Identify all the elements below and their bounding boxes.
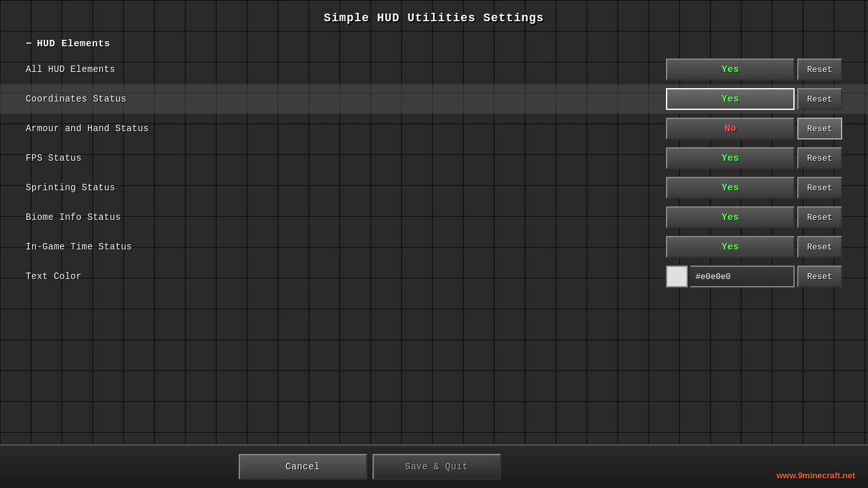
section-header: − HUD Elements <box>26 32 842 55</box>
coordinates-status-controls: YesReset <box>666 88 842 110</box>
biome-info-status-reset-button[interactable]: Reset <box>797 206 842 228</box>
biome-info-status-label: Biome Info Status <box>26 212 666 222</box>
fps-status-toggle-button[interactable]: Yes <box>666 147 795 169</box>
section-collapse-icon[interactable]: − <box>26 39 32 50</box>
setting-row-in-game-time-status: In-Game Time StatusYesReset <box>26 232 842 262</box>
setting-row-all-hud-elements: All HUD ElementsYesReset <box>26 55 842 84</box>
fps-status-label: FPS Status <box>26 153 666 163</box>
page-title: Simple HUD Utilities Settings <box>0 0 868 32</box>
in-game-time-status-label: In-Game Time Status <box>26 242 666 252</box>
settings-list: All HUD ElementsYesResetCoordinates Stat… <box>26 55 842 262</box>
biome-info-status-toggle-button[interactable]: Yes <box>666 206 795 228</box>
setting-row-biome-info-status: Biome Info StatusYesReset <box>26 203 842 232</box>
section-label: HUD Elements <box>37 39 111 50</box>
setting-row-coordinates-status: Coordinates StatusYesReset <box>0 84 868 114</box>
sprinting-status-reset-button[interactable]: Reset <box>797 177 842 199</box>
coordinates-status-label: Coordinates Status <box>26 94 666 104</box>
save-quit-button[interactable]: Save & Quit <box>373 454 501 480</box>
in-game-time-status-controls: YesReset <box>666 236 842 258</box>
setting-row-armour-hand-status: Armour and Hand StatusNoReset <box>26 114 842 143</box>
coordinates-status-reset-button[interactable]: Reset <box>797 88 842 110</box>
fps-status-reset-button[interactable]: Reset <box>797 147 842 169</box>
watermark-suffix: .net <box>840 471 855 480</box>
settings-panel: − HUD Elements All HUD ElementsYesResetC… <box>0 32 868 444</box>
biome-info-status-controls: YesReset <box>666 206 842 228</box>
fps-status-controls: YesReset <box>666 147 842 169</box>
armour-hand-status-controls: NoReset <box>666 118 842 140</box>
all-hud-elements-label: All HUD Elements <box>26 64 666 75</box>
armour-hand-status-toggle-button[interactable]: No <box>666 118 795 140</box>
all-hud-elements-toggle-button[interactable]: Yes <box>666 59 795 80</box>
text-color-reset-button[interactable]: Reset <box>797 266 842 287</box>
in-game-time-status-reset-button[interactable]: Reset <box>797 236 842 258</box>
all-hud-elements-reset-button[interactable]: Reset <box>797 59 842 80</box>
bottom-bar: Cancel Save & Quit www.9minecraft.net <box>0 444 868 488</box>
cancel-button[interactable]: Cancel <box>239 454 367 480</box>
armour-hand-status-reset-button[interactable]: Reset <box>797 118 842 140</box>
setting-row-sprinting-status: Sprinting StatusYesReset <box>26 173 842 203</box>
color-input[interactable] <box>690 266 795 287</box>
all-hud-elements-controls: YesReset <box>666 59 842 80</box>
text-color-controls: Reset <box>666 266 842 287</box>
watermark: www.9minecraft.net <box>777 471 855 480</box>
setting-row-fps-status: FPS StatusYesReset <box>26 143 842 173</box>
armour-hand-status-label: Armour and Hand Status <box>26 123 666 134</box>
sprinting-status-controls: YesReset <box>666 177 842 199</box>
in-game-time-status-toggle-button[interactable]: Yes <box>666 236 795 258</box>
color-swatch[interactable] <box>666 266 688 287</box>
sprinting-status-toggle-button[interactable]: Yes <box>666 177 795 199</box>
text-color-label: Text Color <box>26 271 666 282</box>
watermark-prefix: www. <box>777 471 798 480</box>
text-color-row: Text Color Reset <box>26 262 842 291</box>
sprinting-status-label: Sprinting Status <box>26 183 666 193</box>
coordinates-status-toggle-button[interactable]: Yes <box>666 88 795 110</box>
watermark-brand: 9minecraft <box>798 471 840 480</box>
bottom-buttons: Cancel Save & Quit <box>26 454 714 480</box>
